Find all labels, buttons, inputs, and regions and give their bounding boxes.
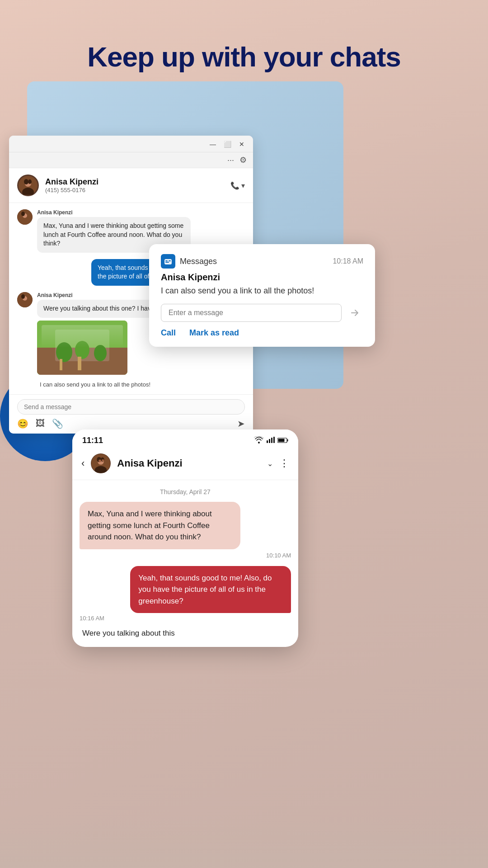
phone-contact-avatar: [91, 453, 111, 473]
contact-name: Anisa Kipenzi: [45, 177, 224, 187]
more-options-icon[interactable]: ···: [227, 156, 234, 165]
svg-point-7: [21, 212, 25, 216]
svg-rect-27: [273, 437, 275, 443]
phone-msg-partial: Were you talking about this: [80, 629, 291, 638]
date-label: Thursday, April 27: [72, 488, 298, 495]
wifi-icon: [254, 436, 264, 445]
notif-app-name: Messages: [180, 257, 217, 266]
notif-message: I can also send you a link to all the ph…: [161, 285, 363, 297]
emoji-icon[interactable]: 😊: [17, 418, 28, 429]
contact-header: Anisa Kipenzi (415) 555-0176 📞 ▾: [9, 168, 253, 203]
messages-app-icon: [161, 254, 175, 269]
battery-icon: [277, 437, 288, 445]
svg-point-4: [28, 179, 32, 184]
svg-rect-23: [165, 262, 169, 263]
settings-icon[interactable]: ⚙: [239, 155, 247, 165]
phone-msg-sent-1: Yeah, that sounds good to me! Also, do y…: [130, 566, 291, 613]
contact-info: Anisa Kipenzi (415) 555-0176: [45, 177, 224, 193]
notification-popup: Messages 10:18 AM Anisa Kipenzi I can al…: [149, 244, 375, 347]
svg-point-3: [24, 179, 28, 184]
send-toolbar: 😊 🖼 📎 ➤: [17, 415, 245, 429]
contact-phone: (415) 555-0176: [45, 187, 224, 193]
contact-avatar: [17, 175, 39, 196]
svg-rect-11: [37, 321, 127, 375]
notif-send-button[interactable]: [346, 304, 363, 321]
svg-rect-29: [287, 439, 288, 441]
svg-point-14: [56, 342, 72, 362]
status-icons: [254, 436, 288, 445]
phone-chat-header: ‹ Anisa Kipenzi ⌄ ⋮: [72, 449, 298, 480]
status-time: 11:11: [82, 436, 103, 445]
notif-header: Messages 10:18 AM: [161, 254, 363, 269]
notif-actions: Call Mark as read: [161, 328, 363, 338]
msg-avatar-2: [17, 292, 33, 307]
send-area: 😊 🖼 📎 ➤: [9, 394, 253, 434]
msg-caption: I can also send you a link to all the ph…: [40, 381, 245, 388]
notif-input-row: [161, 304, 363, 322]
phone-messages: Max, Yuna and I were thinking about gett…: [72, 502, 298, 638]
svg-rect-22: [169, 260, 171, 261]
svg-rect-17: [78, 357, 81, 370]
phone-msg-sent-time-1: 10:16 AM: [80, 615, 291, 622]
svg-rect-30: [278, 439, 285, 442]
close-button[interactable]: ✕: [237, 139, 247, 149]
send-icon[interactable]: ➤: [237, 418, 245, 429]
greenhouse-image: [37, 321, 127, 375]
svg-point-36: [99, 459, 102, 462]
mark-as-read-button[interactable]: Mark as read: [189, 328, 239, 338]
media-icon[interactable]: 📎: [52, 418, 63, 429]
svg-rect-21: [165, 260, 168, 261]
page-title: Keep up with your chats: [0, 0, 488, 86]
call-button[interactable]: 📞 ▾: [230, 181, 245, 190]
restore-button[interactable]: ⬜: [222, 139, 232, 149]
phone-msg-time-1: 10:10 AM: [80, 552, 291, 559]
svg-rect-25: [269, 439, 270, 443]
signal-icon: [267, 437, 275, 445]
window-titlebar: — ⬜ ✕: [9, 136, 253, 152]
keyboard-hint: [0, 814, 488, 868]
back-button[interactable]: ‹: [81, 458, 84, 469]
send-input[interactable]: [17, 399, 245, 415]
svg-rect-12: [37, 348, 127, 375]
phone-status-bar: 11:11: [72, 429, 298, 449]
minimize-button[interactable]: —: [208, 139, 218, 149]
phone-mockup: 11:11: [72, 429, 298, 647]
svg-point-16: [94, 345, 107, 361]
svg-point-10: [21, 294, 25, 299]
msg-avatar: [17, 209, 33, 225]
call-action-button[interactable]: Call: [161, 328, 176, 338]
svg-point-15: [75, 341, 89, 359]
phone-msg-received-1: Max, Yuna and I were thinking about gett…: [80, 502, 240, 549]
window-toolbar: ··· ⚙: [9, 152, 253, 168]
notif-contact: Anisa Kipenzi: [161, 272, 363, 283]
more-options-button[interactable]: ⋮: [279, 458, 289, 469]
svg-rect-18: [60, 359, 62, 370]
svg-rect-24: [267, 440, 268, 443]
svg-rect-13: [55, 330, 109, 361]
phone-contact-name: Anisa Kipenzi: [117, 458, 261, 469]
attachment-icon[interactable]: 🖼: [36, 418, 45, 429]
notif-reply-input[interactable]: [161, 304, 342, 322]
msg-sender: Anisa Kipenzi: [37, 209, 245, 216]
notif-time: 10:18 AM: [333, 257, 363, 265]
notif-app: Messages: [161, 254, 217, 269]
svg-rect-26: [271, 438, 272, 443]
contact-dropdown-icon[interactable]: ⌄: [267, 459, 273, 468]
svg-point-37: [102, 459, 104, 462]
